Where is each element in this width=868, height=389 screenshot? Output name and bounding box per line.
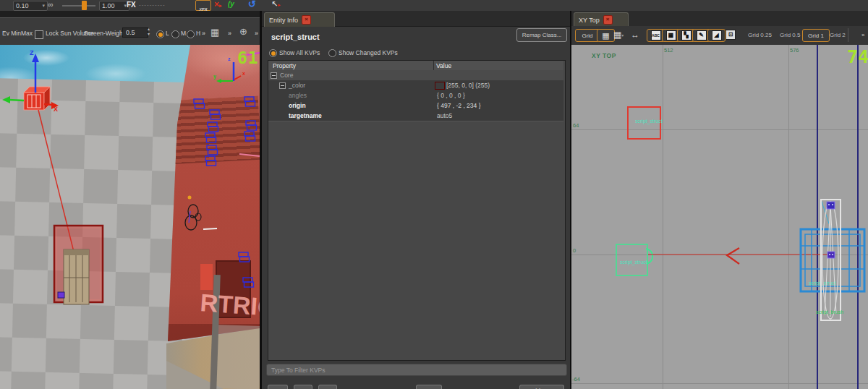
rotate-undo-icon[interactable]: ↺	[248, 0, 256, 9]
entity-cube	[24, 87, 50, 110]
diagonal-arrow-icon: ◢	[712, 30, 722, 40]
quad-grid-icon: ▦	[666, 30, 676, 40]
kvp-row-origin[interactable]: origin { 497 , -2 , 234 }	[268, 101, 563, 111]
fx-tool-button[interactable]: xFX	[195, 0, 211, 11]
svg-text:script_struct: script_struct	[809, 281, 836, 286]
remap-class-button[interactable]: Remap Class...	[516, 28, 567, 42]
blocks-icon: ▚	[681, 30, 692, 40]
chevron-down-icon: ▾	[621, 33, 624, 38]
grid-size-2[interactable]: Grid 2	[828, 29, 847, 40]
grid-size-1-active[interactable]: Grid 1	[802, 29, 830, 42]
close-icon[interactable]: ×	[302, 15, 311, 25]
view-type-label: XY TOP	[592, 52, 616, 59]
svg-text:Z: Z	[30, 49, 34, 56]
wooden-door	[64, 249, 89, 304]
entity-info-panel: Entity Info × script_struct Remap Class.…	[262, 11, 570, 389]
grid-label-576: 576	[790, 47, 799, 54]
expand-horizontal-button[interactable]: ↔	[629, 29, 641, 40]
viewport-2d[interactable]: 512 576 64 0 -64 XY TOP 74 script_struct…	[571, 45, 868, 389]
level-editor-window: 0.10 ▾ ∞ 1.00 ▾ FX ---------- xFX ×▸ (y …	[0, 0, 868, 389]
green-y-icon[interactable]: (y	[228, 0, 234, 8]
tab-entity-info[interactable]: Entity Info ×	[264, 12, 335, 27]
tab-xy-top[interactable]: XY Top ×	[574, 12, 629, 27]
add-kvp-button[interactable]: Add KVP	[519, 385, 564, 389]
cursor-icon[interactable]: ↖▸	[271, 0, 281, 9]
wireframe-sphere-icon[interactable]: ⊕	[239, 26, 247, 37]
kvp-row-color[interactable]: _color [255, 0, 0] (255)	[268, 80, 563, 91]
overflow-chevron[interactable]: »	[860, 29, 866, 40]
fps-counter: 61	[237, 48, 259, 67]
lock-sun-volume-checkbox[interactable]	[35, 30, 43, 39]
viewport-2d-overlay: 512 576 64 0 -64 XY TOP 74 script_struct…	[571, 45, 868, 389]
value-combo-b[interactable]: 1.00 ▾	[99, 1, 129, 11]
grid-label-64: 64	[573, 122, 579, 129]
spinner-up-icon[interactable]: ▴	[148, 27, 150, 31]
quality-radio-selected[interactable]	[156, 30, 164, 38]
show-all-kvps-label: Show All KVPs	[279, 49, 320, 56]
center-view-button[interactable]: ⊡	[724, 29, 737, 40]
y-axis-arrow[interactable]	[2, 96, 24, 103]
spinner-down-icon[interactable]: ▾	[148, 33, 150, 36]
svg-text:X: X	[54, 106, 58, 113]
fx-label: FX	[127, 1, 136, 9]
entity-green[interactable]: script_struct	[616, 244, 652, 275]
angle-90-button[interactable]: 90	[294, 385, 312, 389]
up-button[interactable]: Up	[416, 385, 442, 389]
gridlines	[571, 45, 868, 389]
camera-mode-icon[interactable]: ▦	[210, 27, 219, 38]
svg-text:z: z	[228, 56, 231, 61]
collapse-icon[interactable]	[271, 72, 277, 79]
entity-tabbar: Entity Info ×	[262, 11, 570, 27]
grid-toggle-button[interactable]: Grid	[575, 29, 600, 42]
show-all-kvps-radio[interactable]	[269, 49, 277, 57]
quality-radio-h[interactable]	[187, 30, 195, 38]
grid-pencil-icon: ▦	[602, 31, 609, 40]
boundary-lines	[817, 45, 858, 389]
group-row-core[interactable]: Core	[268, 70, 563, 81]
grid-size-0.25[interactable]: Grid 0.25	[746, 29, 773, 40]
slider-handle[interactable]	[82, 1, 87, 10]
kvp-filter-input[interactable]	[266, 364, 567, 376]
overflow-chevron[interactable]: »	[202, 30, 205, 37]
grid-size-0.5[interactable]: Grid 0.5	[778, 29, 801, 40]
overflow-chevron[interactable]: »	[255, 30, 258, 37]
selected-entity-red[interactable]: script_struct	[628, 107, 663, 139]
connection-line	[648, 248, 830, 264]
quality-h-label: H	[196, 30, 200, 37]
collapse-icon[interactable]	[279, 82, 286, 89]
diagonal-tool-button[interactable]: ◢	[707, 29, 726, 42]
fps-counter: 74	[847, 46, 868, 67]
show-changed-kvps-label: Show Changed KVPs	[339, 49, 398, 56]
toolbar-gap	[0, 11, 260, 17]
kvp-row-angles[interactable]: angles { 0 , 0 , 0 }	[268, 90, 563, 101]
trigger-texture-text: RTRIGG	[200, 288, 260, 322]
z-axis-arrow[interactable]: Z	[30, 49, 39, 93]
entity-classname: script_struct	[271, 33, 320, 41]
color-swatch[interactable]	[435, 82, 445, 90]
delete-x-icon[interactable]: ×▸	[214, 0, 222, 9]
screen-weight-label: Screen-Weight	[84, 30, 124, 37]
viewport-3d[interactable]: Z X	[0, 45, 260, 389]
screen-weight-input[interactable]: 0.5	[122, 27, 148, 38]
kvp-row-targetname[interactable]: targetname auto5	[268, 111, 563, 121]
overflow-chevron[interactable]: »	[228, 30, 231, 37]
grid-label-neg64: -64	[572, 376, 580, 382]
slider-track[interactable]	[62, 5, 95, 7]
angle-45-button[interactable]: 45	[318, 385, 337, 389]
value-combo-a[interactable]: 0.10 ▾	[13, 1, 48, 11]
close-icon[interactable]: ×	[603, 15, 613, 25]
grid-dropdown-button[interactable]: ▦ ▾	[612, 29, 625, 40]
2d-tabbar: XY Top ×	[571, 11, 868, 27]
grid-label-512: 512	[664, 47, 673, 54]
show-changed-kvps-radio[interactable]	[328, 49, 336, 57]
angle-135-button[interactable]: 135	[268, 385, 288, 389]
ev-minmax-label: Ev MinMax	[2, 30, 33, 37]
abc-icon: ABC	[651, 30, 661, 40]
render-options-toolbar: Ev MinMax Lock Sun Volume Screen-Weight …	[0, 17, 260, 46]
pink-line	[239, 154, 260, 156]
quality-radio-m[interactable]	[171, 30, 179, 38]
2d-toolbar: Grid ▦ ▦ ▾ ↔ ABC ▦ ▚ ✎	[571, 26, 868, 46]
door-swing-white	[821, 200, 841, 320]
chain-link-icon[interactable]: ∞	[48, 0, 54, 9]
quality-l-label: L	[166, 30, 169, 37]
